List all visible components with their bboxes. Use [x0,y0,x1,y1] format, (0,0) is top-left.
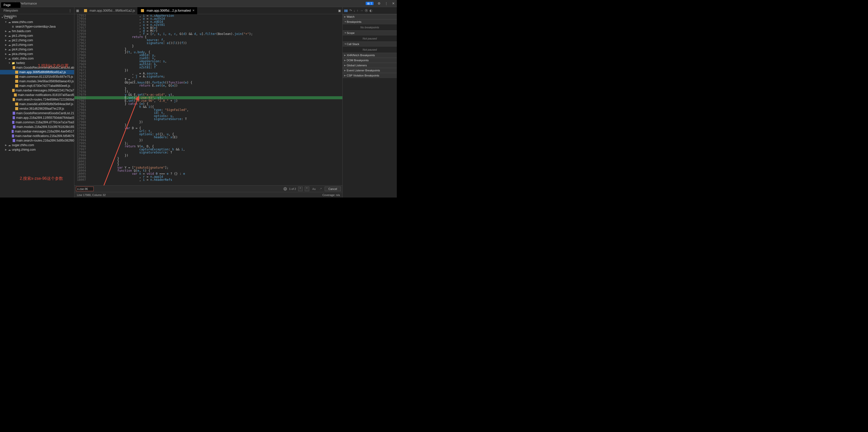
js-file-icon [15,107,18,110]
more-icon[interactable]: ⋮ [383,0,390,7]
debugger-section-body: Not paused [343,35,397,41]
css-file-icon [12,121,14,124]
navigator-more-icon[interactable]: ⋮ [67,9,73,12]
debugger-section-breakpoints[interactable]: ▼Breakpoints [343,19,397,24]
debugger-section-csp-violation-breakpoints[interactable]: ▶CSP Violation Breakpoints [343,73,397,78]
editor-status-bar: Line 17980, Column 32 Coverage: n/a [74,192,342,198]
tree-node[interactable]: ▶☁hm.baidu.com [0,29,74,33]
deactivate-bp-icon[interactable]: ⦿ [365,9,368,12]
tree-node[interactable]: ▶☁pic1.zhimg.com [0,33,74,38]
tree-label: main.common.81132f1fc6f35c687e75.js [19,75,73,79]
tree-node[interactable]: ▼top [0,15,74,20]
navigator-pane: PageFilesystemOverrides ⋮ ▼top▼☁www.zhih… [0,7,74,198]
tree-node[interactable]: ▶☁unpkg.zhimg.com [0,147,74,152]
js-file-icon [84,9,87,12]
tree-node[interactable]: ▶☁pic2.zhimg.com [0,38,74,42]
file-tree[interactable]: ▼top▼☁www.zhihu.com🗎search?type=content&… [0,14,74,198]
close-devtools-icon[interactable]: ✕ [390,0,397,7]
tree-node[interactable]: vendor.361d6298269aaf7ec23f.js [0,106,74,111]
tree-node[interactable]: main.navbar-messages.0954a023417fe2a7 [0,88,74,93]
css-file-icon [13,112,15,115]
debugger-section-xhr-fetch-breakpoints[interactable]: ▶XHR/fetch Breakpoints [343,53,397,58]
toggle-navigator-icon[interactable]: ▣ [336,7,342,14]
step-into-icon[interactable]: ↓ [353,9,355,12]
tree-label: main.GoodsRecommendGoodsCardList.ab [16,66,74,69]
navigator-tab-filesystem[interactable]: Filesystem [1,8,21,13]
tree-node[interactable]: ▶☁pic3.zhimg.com [0,42,74,47]
tree-label: main.mqtt.6730e7d277aba9660ee8.js [19,84,70,88]
tree-node[interactable]: main.common.81132f1fc6f35c687e75.js [0,75,74,79]
step-over-icon[interactable]: ↷ [349,9,352,12]
tree-label: search?type=content&q=Java [16,25,56,28]
cloud-icon: ☁ [8,48,11,51]
tree-node[interactable]: ▶☁sugar.zhihu.com [0,143,74,147]
debugger-section-global-listeners[interactable]: ▶Global Listeners [343,63,397,68]
tree-label: main.modals.216a26f4.51b3f8761828b165 [17,125,74,128]
tree-label: pica.zhimg.com [12,52,33,56]
cloud-icon: ☁ [8,148,11,151]
tree-node[interactable]: main.app.306f5d8fd9fbf8ce91a2.js [0,70,74,75]
cloud-icon: ☁ [8,30,11,33]
step-icon[interactable]: → [360,9,363,12]
close-tab-icon[interactable]: ✕ [192,9,195,12]
tree-label: main.modals.34e56ac05809d0aeac43.js [19,80,74,83]
js-file-icon [15,103,18,106]
frame-icon [5,16,8,19]
tree-label: main.search-routes.724e858feb7221560bd [16,98,74,101]
debugger-section-dom-breakpoints[interactable]: ▶DOM Breakpoints [343,58,397,63]
search-case-toggle[interactable]: Aa [311,188,317,191]
step-out-icon[interactable]: ↑ [357,9,359,12]
tree-node[interactable]: ▼📁heifetz [0,61,74,65]
tree-node[interactable]: main.navbar-notifications.216a26f4.fd546… [0,134,74,138]
debugger-section-body: No breakpoints [343,24,397,30]
debugger-section-watch[interactable]: ▶Watch [343,14,397,19]
tree-node[interactable]: main.common.216a26f4.d7791ce7a1e7ba3 [0,120,74,124]
tree-node[interactable]: main.app.216a26f4.11f955750ddd764dad3 [0,115,74,120]
editor-tab[interactable]: main.app.306f5d…2.js:formatted✕ [137,7,197,14]
js-file-icon [15,70,18,74]
tree-node[interactable]: main.zswsdid.a00645bfb05e94eac8ef.js [0,102,74,106]
devtools-main-tabs: ◩ ▭ ElementsConsoleSourcesNetworkPerform… [0,0,397,7]
tree-node[interactable]: main.search-routes.724e858feb7221560bd [0,97,74,102]
search-clear-icon[interactable]: ✕ [283,187,287,191]
pause-icon[interactable]: ▮▮ [344,9,348,12]
search-cancel-button[interactable]: Cancel [325,186,341,191]
cloud-icon: ☁ [8,43,11,47]
tree-node[interactable]: main.modals.216a26f4.51b3f8761828b165 [0,124,74,129]
tree-node[interactable]: ▶☁pica.zhimg.com [0,52,74,56]
tree-node[interactable]: ▶☁pic4.zhimg.com [0,47,74,52]
tree-node[interactable]: main.GoodsRecommendGoodsCardList.ab [0,65,74,70]
editor-tab[interactable]: main.app.306f5d…9fbf8ce91a2.js [81,7,137,14]
tree-label: vendor.361d6298269aaf7ec23f.js [19,107,64,110]
search-result-count: 1 of 2 [289,188,296,191]
editor-pane: ▦ main.app.306f5d…9fbf8ce91a2.jsmain.app… [74,7,343,198]
tree-node[interactable]: 🗎search?type=content&q=Java [0,24,74,29]
tree-node[interactable]: main.mqtt.6730e7d277aba9660ee8.js [0,84,74,88]
tree-label: unpkg.zhimg.com [12,148,36,151]
tree-node[interactable]: main.GoodsRecommendGoodsCardList.21 [0,111,74,115]
search-prev-button[interactable]: ˄ [298,186,303,191]
tree-node[interactable]: main.search-routes.216a26f4.5d95c082f80 [0,138,74,143]
js-file-icon [15,84,18,87]
show-navigator-icon[interactable]: ▦ [74,7,81,14]
debugger-section-event-listener-breakpoints[interactable]: ▶Event Listener Breakpoints [343,68,397,73]
tree-node[interactable]: ▼☁www.zhihu.com [0,20,74,24]
search-regex-toggle[interactable]: .* [319,188,322,191]
issues-badge[interactable]: 1 [366,2,374,5]
debugger-section-call-stack[interactable]: ▼Call Stack [343,41,397,47]
search-next-button[interactable]: ˅ [305,186,309,191]
tree-node[interactable]: main.navbar-notifications.818197a05acd5 [0,93,74,97]
code-line[interactable]: 18007 , i = n.headerRefs [74,178,342,181]
js-file-icon [12,89,14,92]
code-editor[interactable]: 17953 , i = n.xAppVersion17954 , o = n.a… [74,14,342,185]
navigator-tab-page[interactable]: Page [1,2,21,8]
settings-icon[interactable]: ⚙ [376,0,383,7]
debugger-section-scope[interactable]: ▼Scope [343,30,397,35]
tree-label: main.app.306f5d8fd9fbf8ce91a2.js [19,70,66,74]
tree-label: hm.baidu.com [12,29,31,33]
tree-node[interactable]: ▼☁static.zhihu.com [0,56,74,61]
tree-node[interactable]: main.navbar-messages.216a26f4.4ae54517 [0,129,74,134]
search-input[interactable] [76,186,94,191]
pause-on-exceptions-icon[interactable]: ◐ [369,9,372,12]
tree-node[interactable]: main.modals.34e56ac05809d0aeac43.js [0,79,74,84]
